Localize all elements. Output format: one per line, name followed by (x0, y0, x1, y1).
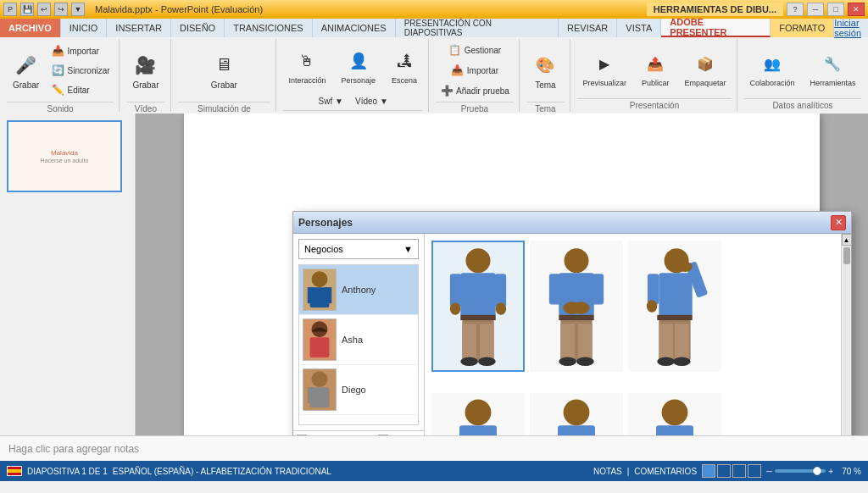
notas-btn[interactable]: NOTAS (593, 467, 622, 476)
minimize-btn[interactable]: ─ (807, 3, 824, 16)
undo-icon[interactable]: ↩ (37, 3, 51, 16)
editar-sonido-btn[interactable]: ✏️ Editar (47, 80, 114, 99)
empaquetar-btn[interactable]: 📦 Empaquetar (679, 43, 732, 94)
slideshow-btn[interactable] (748, 464, 761, 478)
character-list[interactable]: Anthony Asha (298, 264, 419, 425)
tab-inicio[interactable]: INICIO (61, 19, 108, 37)
svg-rect-41 (659, 324, 673, 361)
svg-rect-46 (459, 425, 497, 435)
slide-thumbnail[interactable]: MalavidaHacerse un adulto (7, 120, 122, 192)
modal-close-btn[interactable]: ✕ (831, 215, 846, 230)
hscroll-left-btn[interactable]: ◄ (297, 435, 307, 436)
tab-presentacion-diapositivas[interactable]: PRESENTACIÓN CON DIAPOSITIVAS (396, 19, 559, 37)
character-item-anthony[interactable]: Anthony (299, 265, 418, 315)
diego-avatar-svg (303, 368, 336, 411)
interaccion-btn[interactable]: 🖱 Interacción (282, 41, 331, 91)
importar-btn[interactable]: 📥 Importar (47, 42, 114, 60)
grabar-simulacion-btn[interactable]: 🖥 Grabar (204, 41, 243, 100)
character-item-asha[interactable]: Asha (299, 315, 418, 365)
tab-archivo[interactable]: ARCHIVO (0, 19, 61, 37)
ribbon-group-sonido: 🎤 Grabar 📥 Importar 🔄 Sincronizar ✏️ Edi… (2, 39, 120, 112)
save-icon[interactable]: 💾 (20, 3, 34, 16)
svg-rect-16 (460, 315, 495, 320)
scroll-up-btn[interactable]: ▲ (842, 234, 852, 246)
svg-rect-35 (648, 274, 659, 304)
video-insert-label: Vídeo ▼ (355, 97, 388, 106)
anthony-avatar (303, 269, 337, 311)
tema-buttons: 🎨 Tema (526, 41, 565, 100)
sonido-label: Sonido (7, 102, 114, 114)
slide-panel: 1 MalavidaHacerse un adulto (0, 114, 136, 435)
importar-prueba-btn[interactable]: 📥 Importar (447, 61, 503, 80)
personaje-btn[interactable]: 👤 Personaje (335, 41, 381, 91)
scroll-track[interactable] (843, 246, 851, 435)
reading-view-btn[interactable] (732, 464, 746, 478)
tab-diseño[interactable]: DISEÑO (171, 19, 225, 37)
edit-icon: ✏️ (52, 83, 65, 97)
maximize-btn[interactable]: □ (827, 3, 844, 16)
swf-label: Swf ▼ (319, 97, 343, 106)
close-btn[interactable]: ✕ (848, 3, 865, 16)
tab-revisar[interactable]: REVISAR (559, 19, 617, 37)
modal-body: Negocios ▼ (293, 234, 851, 435)
redo-icon[interactable]: ↪ (54, 3, 68, 16)
tab-vista[interactable]: VISTA (617, 19, 661, 37)
tab-transiciones[interactable]: TRANSICIONES (225, 19, 313, 37)
tab-adobe-presenter[interactable]: ADOBE PRESENTER (661, 19, 771, 37)
status-bar: DIAPOSITIVA 1 DE 1 ESPAÑOL (ESPAÑA) - AL… (0, 461, 868, 481)
colaboracion-btn[interactable]: 👥 Colaboración (743, 43, 800, 94)
char-images-bottom-row (425, 393, 738, 435)
tab-formato[interactable]: FORMATO (771, 19, 834, 37)
svg-rect-12 (495, 274, 506, 307)
slide-thumb-text: MalavidaHacerse un adulto (39, 147, 91, 166)
character-category-dropdown[interactable]: Negocios ▼ (298, 239, 419, 259)
char-pose-3[interactable] (628, 241, 721, 372)
normal-view-btn[interactable] (702, 464, 715, 478)
char-pose-6[interactable] (628, 393, 721, 435)
gestionar-btn[interactable]: 📋 Gestionar (444, 41, 505, 59)
slide-sorter-btn[interactable] (717, 464, 731, 478)
char-pose-4[interactable] (431, 393, 525, 435)
escena-btn[interactable]: 🏞 Escena (385, 41, 424, 91)
char-pose-5[interactable] (530, 393, 623, 435)
title-bar-left: P 💾 ↩ ↪ ▼ Malavida.pptx - PowerPoint (Ev… (3, 3, 263, 16)
ribbon-group-prueba: 📋 Gestionar 📥 Importar ➕ Añadir prueba P… (431, 39, 519, 112)
svg-rect-40 (657, 315, 692, 320)
character-item-diego[interactable]: Diego (299, 365, 418, 415)
add-test-icon: ➕ (440, 84, 453, 97)
hscroll-track[interactable] (309, 435, 376, 436)
help-btn[interactable]: ? (787, 3, 804, 16)
ribbon-group-simulacion: 🖥 Grabar Simulación de aplicación (173, 39, 276, 112)
comentarios-btn[interactable]: COMENTARIOS (634, 467, 697, 476)
previsualizar-btn[interactable]: ▶ Previsualizar (577, 43, 633, 94)
publicar-btn[interactable]: 📤 Publicar (636, 43, 676, 94)
tab-insertar[interactable]: INSERTAR (107, 19, 171, 37)
notes-bar: Haga clic para agregar notas (0, 435, 868, 461)
signin-btn[interactable]: Iniciar sesión (834, 18, 861, 38)
zoom-in-btn[interactable]: + (828, 467, 833, 476)
anthony-name: Anthony (342, 285, 376, 295)
swf-btn[interactable]: Swf ▼ (314, 94, 348, 108)
sincronizar-btn[interactable]: 🔄 Sincronizar (47, 61, 114, 80)
tab-animaciones[interactable]: ANIMACIONES (313, 19, 396, 37)
hscroll-right-btn[interactable]: ► (378, 435, 388, 436)
char-images-panel: ▲ ▼ (425, 234, 851, 435)
añadir-prueba-btn[interactable]: ➕ Añadir prueba (436, 81, 514, 100)
slide-thumb-content: MalavidaHacerse un adulto (8, 122, 120, 191)
grabar-video-btn[interactable]: 🎥 Grabar (126, 41, 165, 100)
svg-rect-10 (460, 273, 495, 317)
char-pose-2[interactable] (530, 241, 623, 372)
char-pose-1[interactable] (431, 241, 525, 372)
zoom-slider[interactable] (775, 469, 826, 473)
character-icon: 👤 (345, 47, 372, 75)
zoom-level[interactable]: 70 % (836, 467, 861, 476)
customize-icon[interactable]: ▼ (71, 3, 85, 16)
herramientas-btn[interactable]: 🔧 Herramientas (804, 43, 861, 94)
video-insert-btn[interactable]: Vídeo ▼ (351, 94, 392, 108)
zoom-out-btn[interactable]: ─ (766, 467, 772, 476)
dropdown-selected: Negocios (304, 244, 343, 254)
ribbon-tabs: ARCHIVO INICIO INSERTAR DISEÑO TRANSICIO… (0, 19, 868, 37)
grabar-sonido-btn[interactable]: 🎤 Grabar (7, 41, 46, 100)
tema-btn[interactable]: 🎨 Tema (526, 41, 565, 100)
svg-rect-50 (656, 425, 693, 435)
